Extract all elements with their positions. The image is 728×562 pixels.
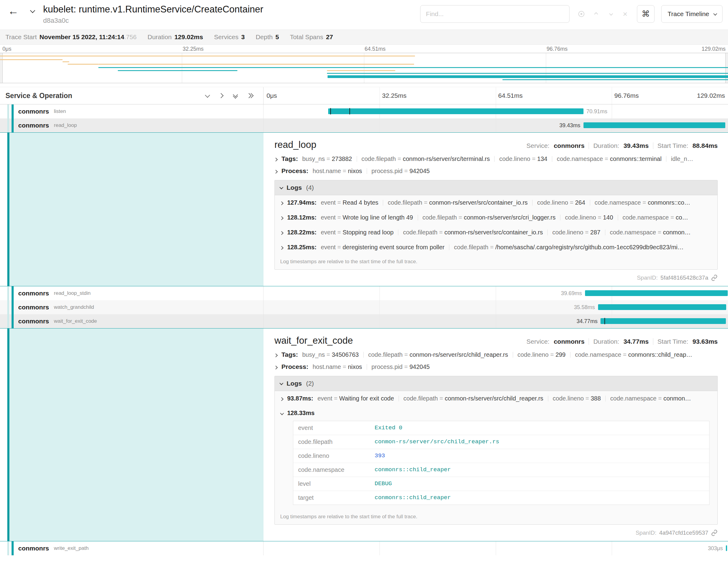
log-field-row: code.lineno393: [293, 449, 709, 463]
span-duration-label: 39.69ms: [561, 290, 585, 297]
link-icon[interactable]: [711, 530, 718, 536]
depth-guide: [7, 541, 9, 555]
kv-separator: [363, 352, 364, 358]
collapse-one-button[interactable]: [205, 94, 209, 97]
logs-accordion: Logs (4) 127.94ms: event = Read 4 bytesc…: [274, 180, 718, 270]
kv-pair: code.filepath = conmon-rs/server/src/cri…: [423, 214, 556, 221]
minimap-canvas[interactable]: [0, 53, 728, 83]
kv-separator: [418, 215, 418, 220]
kv-separator: [383, 200, 383, 206]
service-operation-title: Service & Operation: [5, 92, 72, 100]
chevron-down-icon: [280, 381, 284, 385]
log-entry[interactable]: 128.22ms: event = Stopping read loopcode…: [275, 225, 717, 240]
kv-pair: event = Stopping read loop: [321, 229, 394, 236]
log-field-value: Exited 0: [370, 421, 407, 435]
trace-timeline-dropdown[interactable]: Trace Timeline: [661, 5, 723, 23]
kv-pair: event = Waiting for exit code: [318, 395, 394, 402]
collapse-trace-icon[interactable]: [26, 4, 39, 18]
next-match-icon[interactable]: [605, 9, 616, 19]
minimap-span-line: [63, 61, 69, 62]
operation-name: read_loop: [54, 122, 77, 128]
kv-separator: [357, 156, 357, 162]
log-entry-expanded: 128.33ms eventExited 0code.filepathconmo…: [275, 406, 717, 510]
span-color-accent: [12, 104, 14, 118]
trace-summary-bar: Trace StartNovember 15 2022, 11:24:14.75…: [0, 29, 728, 45]
span-row-wait-for-exit-code[interactable]: conmonrs wait_for_exit_code 34.77ms: [0, 314, 728, 328]
chevron-down-icon: [280, 411, 284, 415]
span-row-listen[interactable]: conmonrs listen 70.91ms: [0, 104, 728, 118]
depth-guide: [7, 314, 9, 328]
log-entry[interactable]: 128.12ms: event = Wrote log line of leng…: [275, 210, 717, 225]
log-entry-toggle[interactable]: 128.33ms: [280, 410, 712, 417]
span-row-read-loop-stdin[interactable]: conmonrs read_loop_stdin 39.69ms: [0, 286, 728, 300]
log-field-key: code.namespace: [293, 463, 370, 477]
logs-accordion: Logs (2) 93.87ms: event = Waiting for ex…: [274, 376, 718, 525]
clear-find-icon[interactable]: ×: [620, 9, 630, 19]
span-color-accent: [12, 286, 14, 300]
span-color-accent: [12, 118, 14, 132]
title-block: kubelet: runtime.v1.RuntimeService/Creat…: [43, 4, 263, 25]
expand-all-button[interactable]: [247, 94, 253, 97]
operation-name: write_exit_path: [54, 545, 89, 551]
log-entry[interactable]: 127.94ms: event = Read 4 bytescode.filep…: [275, 195, 717, 210]
kv-separator: [570, 352, 570, 358]
kv-separator: [552, 156, 552, 162]
process-row[interactable]: Process: host.name = nixosprocess.pid = …: [274, 363, 718, 370]
span-bar[interactable]: [726, 545, 727, 551]
tags-row[interactable]: Tags: busy_ns = 273882code.filepath = co…: [274, 155, 718, 162]
kv-separator: [666, 156, 666, 162]
keyboard-shortcuts-button[interactable]: ⌘: [637, 5, 655, 23]
log-field-key: event: [293, 421, 370, 435]
kv-separator: [548, 396, 548, 401]
span-detail-title: wait_for_exit_code: [274, 335, 353, 346]
operation-name: wait_for_exit_code: [54, 318, 97, 324]
back-icon[interactable]: ←: [5, 4, 21, 18]
kv-separator: [399, 396, 399, 401]
page-title: kubelet: runtime.v1.RuntimeService/Creat…: [43, 4, 263, 15]
span-bar[interactable]: [328, 108, 583, 114]
log-entry[interactable]: 93.87ms: event = Waiting for exit codeco…: [275, 391, 717, 406]
minimap-span-line: [98, 64, 414, 65]
span-color-accent: [12, 541, 14, 555]
kv-pair: code.filepath = conmon-rs/server/src/con…: [403, 229, 543, 236]
minimap-left-handle[interactable]: [0, 53, 3, 83]
log-field-key: level: [293, 477, 370, 491]
span-duration-label: 70.91ms: [583, 108, 607, 115]
logs-header[interactable]: Logs (4): [275, 180, 717, 195]
service-name: conmonrs: [18, 108, 49, 115]
tags-row[interactable]: Tags: busy_ns = 34506763code.filepath = …: [274, 351, 718, 358]
span-row-watch-grandchild[interactable]: conmonrs watch_grandchild 35.58ms: [0, 300, 728, 314]
span-row-write-exit-path[interactable]: conmonrs write_exit_path 303μs: [0, 541, 728, 555]
log-field-row: eventExited 0: [293, 421, 709, 435]
expand-one-button[interactable]: [219, 94, 223, 97]
top-bar: ← kubelet: runtime.v1.RuntimeService/Cre…: [0, 0, 728, 29]
span-bar[interactable]: [583, 122, 726, 128]
process-row[interactable]: Process: host.name = nixosprocess.pid = …: [274, 167, 718, 175]
span-bar[interactable]: [600, 318, 726, 324]
log-field-key: code.filepath: [293, 435, 370, 449]
prev-match-icon[interactable]: [591, 9, 601, 19]
link-icon[interactable]: [711, 274, 718, 281]
collapse-all-button[interactable]: [233, 93, 237, 98]
kv-pair: code.lineno = 140: [565, 214, 613, 221]
log-field-value: conmon-rs/server/src/child_reaper.rs: [370, 435, 504, 449]
service-operation-header: Service & Operation: [0, 87, 264, 104]
trace-timeline-page: ← kubelet: runtime.v1.RuntimeService/Cre…: [0, 0, 728, 562]
span-row-read-loop[interactable]: conmonrs read_loop 39.43ms: [0, 118, 728, 132]
focus-match-icon[interactable]: [576, 9, 587, 19]
span-bar[interactable]: [585, 290, 728, 296]
kv-separator: [367, 168, 367, 174]
kv-pair: code.lineno = 287: [552, 229, 600, 236]
log-entry[interactable]: 128.25ms: event = deregistering event so…: [275, 240, 717, 255]
depth-guide: [7, 118, 9, 132]
span-duration-label: 34.77ms: [577, 318, 600, 325]
minimap-span-line: [0, 59, 63, 60]
span-detail-wait-for-exit-code: wait_for_exit_code Service:conmonrs Dura…: [0, 328, 728, 541]
span-color-accent: [12, 314, 14, 328]
logs-header[interactable]: Logs (2): [275, 376, 717, 391]
kv-pair: event = Wrote log line of length 49: [321, 214, 413, 221]
span-bar[interactable]: [598, 304, 726, 310]
find-input[interactable]: [426, 10, 564, 18]
kv-separator: [494, 156, 495, 162]
chevron-right-icon: [280, 246, 284, 250]
